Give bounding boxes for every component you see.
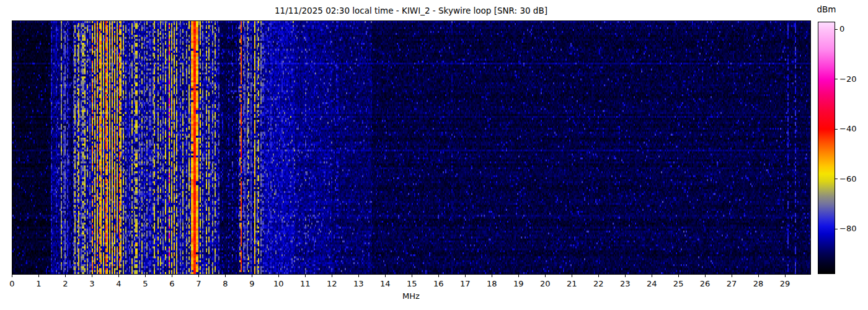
x-tick-mark (358, 275, 359, 277)
colorbar-tick-label: −60 (839, 174, 856, 184)
x-tick-label: 12 (321, 279, 343, 288)
x-tick-mark (412, 275, 412, 277)
x-tick-label: 14 (374, 279, 396, 288)
x-tick-label: 4 (107, 279, 130, 288)
colorbar-tick-label: −20 (839, 74, 856, 84)
colorbar-tick-label: −80 (839, 224, 856, 234)
colorbar-tick-label: −40 (839, 124, 856, 134)
x-tick-label: 28 (747, 279, 769, 288)
x-tick-label: 5 (134, 279, 156, 288)
x-tick-mark (518, 275, 519, 277)
x-tick-mark (625, 275, 626, 277)
colorbar-label: dBm (813, 4, 840, 14)
x-tick-mark (92, 275, 92, 277)
x-tick-mark (38, 275, 39, 277)
x-tick-mark (305, 275, 306, 277)
colorbar-tick-mark (835, 179, 838, 179)
x-tick-label: 18 (480, 279, 503, 288)
x-tick-label: 23 (614, 279, 636, 288)
x-tick-label: 19 (507, 279, 529, 288)
x-tick-label: 9 (241, 279, 263, 288)
x-tick-label: 16 (427, 279, 450, 288)
x-tick-label: 0 (1, 279, 24, 288)
x-tick-label: 11 (294, 279, 316, 288)
x-tick-mark (465, 275, 466, 277)
x-tick-mark (145, 275, 146, 277)
x-tick-label: 29 (774, 279, 796, 288)
x-tick-mark (118, 275, 119, 277)
x-tick-mark (12, 275, 12, 277)
x-tick-mark (598, 275, 599, 277)
x-axis-label: MHz (12, 291, 810, 301)
x-tick-mark (385, 275, 386, 277)
x-tick-mark (705, 275, 706, 277)
x-tick-mark (438, 275, 439, 277)
x-tick-mark (172, 275, 172, 277)
x-tick-mark (225, 275, 226, 277)
x-tick-mark (198, 275, 199, 277)
x-tick-mark (758, 275, 759, 277)
x-tick-mark (65, 275, 66, 277)
colorbar (818, 22, 835, 274)
x-tick-mark (678, 275, 679, 277)
spectrogram-figure: 11/11/2025 02:30 local time - KIWI_2 - S… (0, 0, 868, 310)
x-tick-mark (252, 275, 252, 277)
x-tick-mark (732, 275, 732, 277)
x-tick-label: 25 (667, 279, 689, 288)
plot-area (12, 20, 811, 275)
x-tick-label: 1 (27, 279, 50, 288)
x-tick-mark (545, 275, 546, 277)
x-tick-label: 20 (534, 279, 556, 288)
x-tick-label: 21 (560, 279, 583, 288)
x-tick-label: 3 (81, 279, 103, 288)
x-tick-mark (492, 275, 492, 277)
x-tick-mark (278, 275, 279, 277)
colorbar-tick-mark (835, 79, 838, 79)
x-tick-label: 2 (54, 279, 76, 288)
x-tick-mark (332, 275, 332, 277)
waterfall-canvas (12, 21, 810, 274)
x-tick-mark (652, 275, 652, 277)
colorbar-tick-mark (835, 229, 838, 229)
x-tick-label: 22 (587, 279, 609, 288)
x-tick-label: 15 (401, 279, 423, 288)
chart-title: 11/11/2025 02:30 local time - KIWI_2 - S… (12, 6, 810, 16)
x-tick-label: 6 (161, 279, 183, 288)
x-tick-label: 10 (267, 279, 290, 288)
x-tick-label: 7 (187, 279, 210, 288)
x-tick-label: 24 (640, 279, 663, 288)
colorbar-tick-label: 0 (839, 24, 844, 34)
x-tick-label: 26 (694, 279, 716, 288)
x-tick-label: 17 (454, 279, 476, 288)
x-tick-mark (785, 275, 786, 277)
x-tick-mark (572, 275, 572, 277)
colorbar-tick-mark (835, 29, 838, 30)
x-tick-label: 8 (214, 279, 236, 288)
x-tick-label: 27 (720, 279, 743, 288)
colorbar-tick-mark (835, 129, 838, 130)
x-tick-label: 13 (347, 279, 370, 288)
